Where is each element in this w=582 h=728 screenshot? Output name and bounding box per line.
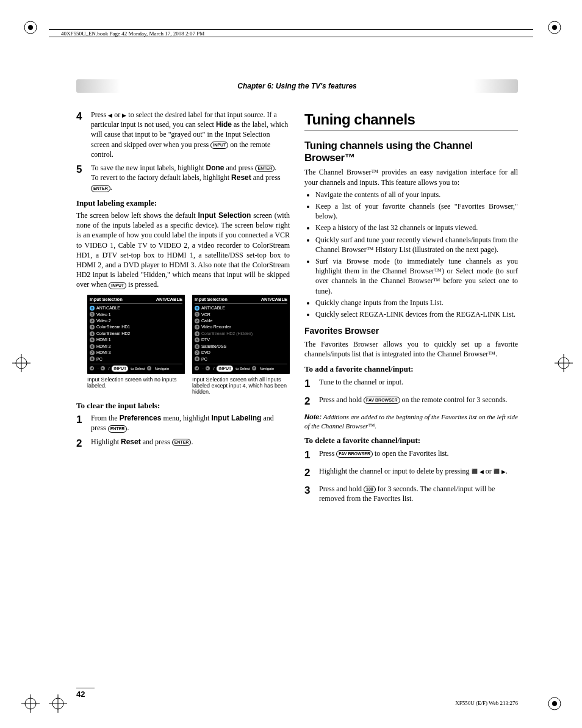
feature-item: Keep a list of your favorite channels (s… — [315, 201, 518, 221]
del-step-2: 2 Highlight the channel or input to dele… — [304, 466, 518, 480]
hide-label: Hide — [216, 120, 232, 129]
reg-mark-icon — [545, 18, 564, 37]
text: . — [275, 164, 276, 172]
example-paragraph: The screen below left shows the default … — [76, 211, 290, 290]
add-step-2: 2 Press and hold FAV BROWSER on the remo… — [304, 395, 518, 409]
hundred-button-icon: 100 — [364, 486, 376, 493]
feature-item: Navigate the contents of all of your inp… — [315, 190, 518, 200]
example-heading: Input labeling example: — [76, 198, 290, 209]
clear-heading: To clear the input labels: — [76, 400, 290, 411]
add-step-1: 1 Tune to the channel or input. — [304, 377, 518, 391]
text: Press — [91, 110, 108, 119]
input-selection-screen-labeled: Input SelectionANT/CABLE0ANT/CABLE1VCR2C… — [192, 295, 290, 374]
step-number: 4 — [76, 110, 91, 124]
input-labeling-label: Input Labeling — [211, 414, 261, 422]
chapter-banner: Chapter 6: Using the TV's features — [76, 79, 518, 93]
step-5: 5 To save the new input labels, highligh… — [76, 163, 290, 193]
section-title: Tuning channels — [304, 110, 518, 129]
right-column: Tuning channels Tuning channels using th… — [304, 110, 518, 507]
text: or — [112, 110, 122, 119]
step-number: 1 — [304, 377, 319, 391]
feature-item: Surf via Browse mode (to immediately tun… — [315, 256, 518, 296]
fav-browser-button-icon: FAV BROWSER — [364, 397, 400, 404]
subsection-title: Tuning channels using the Channel Browse… — [304, 140, 518, 164]
text: and press — [141, 438, 172, 446]
step-number: 2 — [76, 437, 91, 451]
input-selection-screen-default: Input SelectionANT/CABLE0ANT/CABLE1Video… — [87, 295, 185, 374]
step-number: 5 — [76, 163, 91, 177]
text: To revert to the factory default labels,… — [91, 173, 231, 182]
text: . — [191, 438, 193, 446]
next-icon: ⬛ — [494, 469, 500, 474]
back-icon: ⬛ — [472, 469, 478, 474]
done-label: Done — [206, 164, 224, 172]
crosshair-icon — [49, 694, 67, 713]
text: or — [484, 467, 494, 475]
text: on the remote control for 3 seconds. — [400, 395, 508, 404]
input-button-icon: INPUT — [109, 282, 126, 289]
page-number: 42 — [76, 688, 95, 699]
text: . — [110, 183, 112, 192]
crosshair-icon — [21, 694, 40, 713]
enter-button-icon: ENTER — [255, 165, 275, 172]
svg-point-3 — [552, 25, 557, 30]
left-column: 4 Press or to select the desired label f… — [76, 110, 290, 507]
crosshair-icon — [12, 354, 31, 372]
reg-mark-icon — [545, 694, 564, 713]
enter-button-icon: ENTER — [91, 185, 110, 192]
step-number: 2 — [304, 395, 319, 409]
feature-item: Quickly surf and tune your recently view… — [315, 235, 518, 254]
text: Press — [319, 449, 336, 458]
text: Highlight the channel or input to delete… — [319, 467, 472, 475]
fav-browser-button-icon: FAV BROWSER — [336, 450, 373, 458]
footer-right: XF550U (E/F) Web 213:276 — [455, 700, 518, 706]
text: Press and hold — [319, 395, 364, 404]
svg-point-1 — [28, 25, 33, 30]
book-meta: 40XF550U_EN.book Page 42 Monday, March 1… — [61, 31, 204, 37]
step-number: 1 — [304, 449, 319, 463]
text: to open the Favorites list. — [373, 449, 449, 458]
text: From the — [91, 414, 120, 422]
note: Note: Additions are added to the beginni… — [304, 413, 518, 431]
text: . — [127, 423, 129, 432]
text: Press and hold — [319, 485, 364, 493]
text: Highlight — [91, 438, 121, 446]
reset-label: Reset — [121, 438, 141, 446]
caption-right: Input Selection screen with all inputs l… — [192, 377, 290, 395]
right-arrow-icon — [501, 467, 506, 475]
step-number: 2 — [304, 466, 319, 480]
feature-item: Keep a history of the last 32 channels o… — [315, 223, 518, 232]
text: Tune to the channel or input. — [319, 377, 518, 387]
enter-button-icon: ENTER — [172, 439, 192, 446]
step-4: 4 Press or to select the desired label f… — [76, 110, 290, 159]
step-number: 1 — [76, 413, 91, 427]
intro-paragraph: The Channel Browser™ provides an easy na… — [304, 167, 518, 187]
crosshair-icon — [555, 354, 573, 372]
preferences-label: Preferences — [120, 414, 162, 422]
reset-label: Reset — [231, 173, 251, 182]
favorites-paragraph: The Favorites Browser allows you to quic… — [304, 339, 518, 359]
del-step-1: 1 Press FAV BROWSER to open the Favorite… — [304, 449, 518, 463]
step-number: 3 — [304, 484, 319, 498]
clear-step-2: 2 Highlight Reset and press ENTER. — [76, 437, 290, 451]
feature-item: Quickly change inputs from the Inputs Li… — [315, 298, 518, 308]
enter-button-icon: ENTER — [108, 425, 128, 433]
text: To save the new input labels, highlight — [91, 164, 206, 172]
clear-step-1: 1 From the Preferences menu, highlight I… — [76, 413, 290, 433]
left-arrow-icon — [480, 467, 484, 475]
add-favorite-heading: To add a favorite channel/input: — [304, 364, 518, 375]
svg-point-17 — [552, 701, 557, 706]
feature-list: Navigate the contents of all of your inp… — [304, 190, 518, 319]
del-step-3: 3 Press and hold 100 for 3 seconds. The … — [304, 484, 518, 503]
text: and press — [224, 164, 255, 172]
favorites-heading: Favorites Browser — [304, 325, 518, 337]
text: and press — [251, 173, 281, 182]
text: menu, highlight — [161, 414, 211, 422]
reg-mark-icon — [21, 18, 40, 37]
delete-favorite-heading: To delete a favorite channel/input: — [304, 435, 518, 446]
caption-left: Input Selection screen with no inputs la… — [87, 377, 185, 389]
text: . — [506, 467, 508, 475]
feature-item: Quickly select REGZA-LINK devices from t… — [315, 309, 518, 319]
input-button-icon: INPUT — [210, 142, 228, 149]
